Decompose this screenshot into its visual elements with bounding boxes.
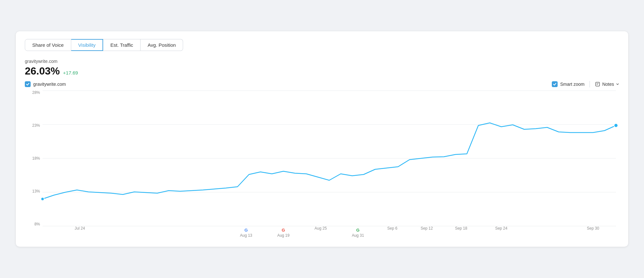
- legend-checkbox[interactable]: [25, 81, 31, 87]
- legend-item: gravitywrite.com: [25, 81, 66, 87]
- y-label-8: 8%: [25, 222, 43, 226]
- smart-zoom-checkbox[interactable]: [552, 81, 558, 87]
- y-label-23: 23%: [25, 124, 43, 127]
- chart-svg: [43, 91, 616, 226]
- x-label-sep24: Sep 24: [495, 226, 507, 231]
- metric-domain: gravitywrite.com: [25, 59, 619, 64]
- y-label-13: 13%: [25, 189, 43, 193]
- metric-value-row: 26.03% +17.69: [25, 65, 619, 77]
- x-label-aug13-group: G Aug 13: [240, 228, 252, 238]
- chart-controls: gravitywrite.com Smart zoom Notes: [25, 81, 619, 87]
- metric-change: +17.69: [63, 70, 78, 75]
- smart-zoom-label: Smart zoom: [560, 82, 584, 87]
- x-label-aug19-group: G Aug 19: [277, 228, 289, 238]
- svg-point-9: [41, 197, 44, 201]
- x-label-aug31-group: G Aug 31: [352, 228, 364, 238]
- notes-icon: [595, 82, 600, 87]
- x-label-aug25: Aug 25: [315, 226, 327, 231]
- google-icon-aug31: G: [356, 228, 359, 233]
- x-label-jul24: Jul 24: [75, 226, 85, 231]
- y-axis: 28% 23% 18% 13% 8%: [25, 91, 43, 226]
- x-label-sep30: Sep 30: [587, 226, 599, 231]
- google-icon-aug19: G: [282, 228, 285, 233]
- x-label-aug31: Aug 31: [352, 233, 364, 238]
- chart-inner: [43, 91, 616, 226]
- tab-bar: Share of Voice Visibility Est. Traffic A…: [25, 39, 619, 51]
- main-card: Share of Voice Visibility Est. Traffic A…: [16, 31, 628, 247]
- metric-section: gravitywrite.com 26.03% +17.69: [25, 59, 619, 77]
- svg-rect-0: [596, 82, 600, 86]
- x-label-aug13: Aug 13: [240, 233, 252, 238]
- x-label-sep12: Sep 12: [421, 226, 433, 231]
- google-icon-aug13: G: [244, 228, 248, 233]
- chart-area: 28% 23% 18% 13% 8%: [25, 91, 619, 239]
- x-label-aug19: Aug 19: [277, 233, 289, 238]
- x-label-sep18: Sep 18: [455, 226, 467, 231]
- x-label-sep6: Sep 6: [387, 226, 397, 231]
- notes-label: Notes: [602, 82, 614, 87]
- tab-share-of-voice[interactable]: Share of Voice: [25, 39, 71, 51]
- vertical-divider: [590, 81, 590, 87]
- chevron-down-icon: [616, 83, 619, 86]
- metric-value: 26.03%: [25, 65, 60, 77]
- x-axis: Jul 24 G Aug 13 G Aug 19: [43, 226, 616, 239]
- notes-button[interactable]: Notes: [595, 82, 619, 87]
- tab-visibility[interactable]: Visibility: [71, 39, 103, 51]
- tab-est-traffic[interactable]: Est. Traffic: [103, 39, 141, 51]
- tab-avg-position[interactable]: Avg. Position: [141, 39, 183, 51]
- y-label-28: 28%: [25, 91, 43, 94]
- y-label-18: 18%: [25, 156, 43, 160]
- right-controls: Smart zoom Notes: [552, 81, 619, 87]
- smart-zoom-control[interactable]: Smart zoom: [552, 81, 584, 87]
- svg-point-8: [614, 124, 618, 127]
- legend-label: gravitywrite.com: [33, 82, 66, 87]
